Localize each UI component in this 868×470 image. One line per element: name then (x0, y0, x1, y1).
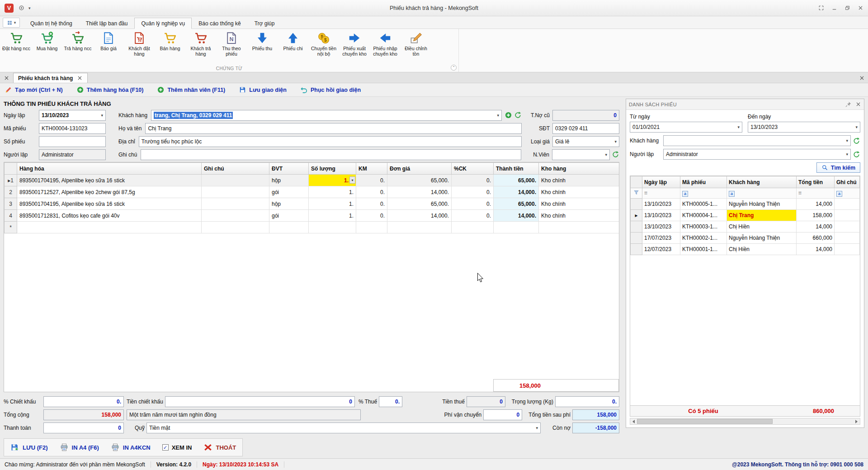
ribbon-button[interactable]: Báo giá (93, 30, 124, 52)
ribbon-button[interactable]: Mua hàng (32, 30, 62, 52)
column-header[interactable]: Ghi chú (202, 163, 269, 175)
new-item-row[interactable]: * (5, 222, 619, 233)
column-header[interactable]: Ngày lập (642, 176, 680, 188)
chevron-down-icon[interactable]: ▾ (603, 152, 607, 157)
equals-filter-icon[interactable]: = (798, 190, 802, 196)
ribbon-button[interactable]: Phiếu nhập chuyển kho (370, 30, 401, 57)
column-header[interactable]: %CK (452, 163, 494, 175)
ribbon-button[interactable]: Điều chỉnh tồn (401, 30, 431, 57)
filter-row[interactable]: =aa=a (631, 188, 860, 199)
shipping-fee-input[interactable]: 0 (483, 409, 522, 420)
tab-close-icon[interactable] (77, 75, 83, 81)
ribbon-button[interactable]: $$Chuyển tiền nội bộ (308, 30, 339, 57)
to-date-input[interactable]: 13/10/2023 ▾ (748, 122, 860, 133)
chevron-down-icon[interactable]: ▾ (495, 113, 499, 118)
receipt-row[interactable]: 12/07/2023KTH00001-1...Chị Hiền14,000 (631, 244, 860, 255)
text-filter-icon[interactable]: a (836, 191, 842, 197)
price-type-select[interactable]: Giá lẻ ▾ (552, 136, 619, 147)
menu-tab[interactable]: Thiết lập ban đầu (79, 18, 135, 29)
action-button[interactable]: Thêm nhân viên (F11) (157, 86, 225, 94)
quick-access-dropdown-icon[interactable]: ▾ (28, 6, 31, 10)
menu-tab[interactable]: Quản trị hệ thống (24, 18, 79, 29)
print-a4-button[interactable]: IN A4 (F6) (60, 443, 99, 452)
item-row[interactable]: 38935001704195, Alpenlibe kẹo sữa 16 sti… (5, 198, 619, 210)
preview-print-checkbox[interactable]: ✓ XEM IN (162, 444, 192, 451)
ribbon-button[interactable]: Phiếu thu (247, 30, 278, 52)
receipt-row[interactable]: 13/10/2023KTH00003-1...Chị Hiền14,000 (631, 221, 860, 233)
weight-input[interactable]: 0. (555, 396, 619, 407)
column-header[interactable]: KM (356, 163, 387, 175)
filter-funnel-icon[interactable] (633, 190, 639, 195)
column-header[interactable]: Mã phiếu (680, 176, 727, 188)
add-customer-icon[interactable] (505, 111, 512, 119)
total-after-fee-input[interactable]: 158,000 (572, 409, 619, 420)
fund-select[interactable]: Tiền mặt ▾ (146, 423, 541, 433)
tax-amount-input[interactable]: 0 (467, 396, 505, 407)
refresh-icon[interactable] (853, 137, 860, 145)
date-created-input[interactable]: 13/10/2023 ▾ (39, 110, 106, 121)
action-button[interactable]: Lưu giao diện (239, 86, 287, 94)
column-header[interactable]: Hàng hóa (17, 163, 202, 175)
customer-filter-select[interactable]: ▾ (663, 135, 851, 146)
column-header[interactable]: Đơn giá (387, 163, 452, 175)
panel-close-icon[interactable] (855, 101, 861, 107)
ribbon-button[interactable]: Phiếu chi (278, 30, 308, 52)
item-row[interactable]: 48935001712831, Cofitos kẹo cafe gói 40v… (5, 210, 619, 222)
creator-filter-select[interactable]: Administrator ▾ (663, 149, 851, 160)
ribbon-button[interactable]: Trả hàng ncc (62, 30, 93, 52)
fullscreen-icon[interactable] (818, 5, 824, 11)
receipt-row[interactable]: ▸13/10/2023KTH00004-1...Chị Trang158,000 (631, 210, 860, 221)
ribbon-button[interactable]: Khách đặt hàng (124, 30, 155, 57)
horizontal-scrollbar[interactable] (630, 418, 860, 425)
receipt-code-input[interactable]: KTH00004-131023 (39, 123, 106, 134)
total-amount-input[interactable]: 158,000 (43, 409, 124, 420)
ribbon-button[interactable]: Phiếu xuất chuyển kho (339, 30, 370, 57)
old-debt-input[interactable]: 0 (552, 110, 619, 121)
save-button[interactable]: LƯU (F2) (10, 443, 48, 452)
customer-combo-input[interactable]: trang, Chị Trang, 0329 029 411 ▾ (151, 110, 502, 121)
ribbon-button[interactable]: Đặt hàng ncc (1, 30, 32, 52)
receipt-row[interactable]: 13/10/2023KTH00005-1...Nguyễn Hoàng Thiệ… (631, 199, 860, 210)
chevron-down-icon[interactable]: ▾ (613, 139, 617, 144)
minimize-icon[interactable] (831, 5, 837, 11)
ribbon-button[interactable]: Khách trả hàng (185, 30, 216, 57)
column-header[interactable]: Khách hàng (727, 176, 797, 188)
column-header[interactable]: Kho hàng (539, 163, 619, 175)
column-header[interactable]: Số lượng (309, 163, 356, 175)
receipt-row[interactable]: 17/07/2023KTH00002-1...Nguyễn Hoàng Thiệ… (631, 233, 860, 244)
discount-amount-input[interactable]: 0 (165, 396, 355, 407)
menu-tab[interactable]: Báo cáo thống kê (192, 18, 247, 29)
refresh-icon[interactable] (514, 111, 522, 119)
receipt-number-input[interactable] (39, 136, 106, 147)
action-button[interactable]: Thêm hàng hóa (F10) (76, 86, 144, 94)
action-button[interactable]: Tạo mới (Ctrl + N) (5, 86, 63, 94)
customer-name-input[interactable]: Chị Trang (145, 123, 522, 134)
item-row[interactable]: 28935001712527, Alpenlibe kẹo 2chew gói … (5, 186, 619, 198)
equals-filter-icon[interactable]: = (644, 190, 647, 196)
app-menu-button[interactable]: ▾ (3, 18, 20, 28)
ribbon-collapse-icon[interactable]: ⌃ (451, 65, 457, 71)
from-date-input[interactable]: 01/10/2021 ▾ (630, 122, 742, 133)
column-header[interactable]: Thành tiền (494, 163, 539, 175)
address-input[interactable]: Trường tiểu học phúc lộc (139, 136, 522, 147)
employee-select[interactable]: ▾ (552, 149, 610, 160)
column-header[interactable]: Tổng tiền (797, 176, 835, 188)
print-a4kcn-button[interactable]: IN A4KCN (111, 443, 151, 452)
column-header[interactable]: ĐVT (269, 163, 309, 175)
quick-access-icon[interactable] (18, 5, 25, 11)
chevron-down-icon[interactable]: ▾ (349, 176, 355, 184)
tax-pct-input[interactable]: 0. (379, 396, 402, 407)
maximize-icon[interactable] (844, 5, 850, 11)
close-all-tabs-icon[interactable] (1, 73, 11, 82)
document-tab[interactable]: Phiếu khách trả hàng (13, 73, 88, 83)
tabstrip-close-icon[interactable] (857, 73, 867, 82)
menu-tab[interactable]: Trợ giúp (248, 18, 282, 29)
chevron-down-icon[interactable]: ▾ (844, 152, 848, 157)
pin-icon[interactable] (845, 101, 852, 108)
ribbon-button[interactable]: NThu theo phiếu (216, 30, 247, 57)
ribbon-button[interactable]: Bán hàng (155, 30, 185, 52)
chevron-down-icon[interactable]: ▾ (854, 125, 858, 129)
item-row[interactable]: ▸18935001704195, Alpenlibe kẹo sữa 16 st… (5, 175, 619, 186)
scroll-left-icon[interactable] (630, 418, 637, 424)
qty-cell[interactable]: 1.▾ (309, 175, 356, 186)
